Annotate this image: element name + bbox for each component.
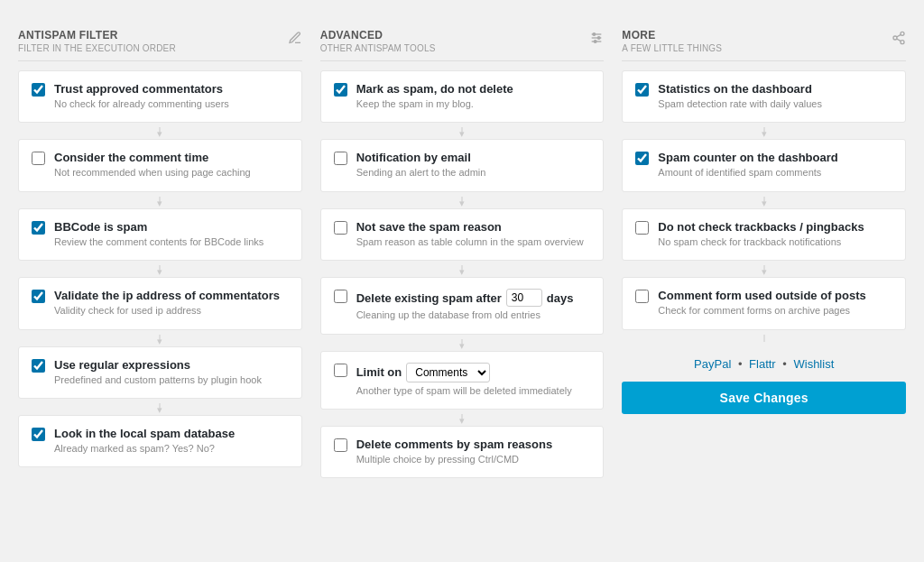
checkbox-bbcode-spam[interactable] <box>32 221 45 235</box>
checkbox-spam-counter-dashboard[interactable] <box>635 152 649 165</box>
option-desc-mark-as-spam: Keep the spam in my blog. <box>356 97 513 111</box>
option-desc-regular-expressions: Predefined and custom patterns by plugin… <box>54 373 262 387</box>
checkbox-mark-as-spam[interactable] <box>334 83 347 97</box>
option-label-statistics-dashboard: Statistics on the dashboard <box>658 82 822 96</box>
option-card-comment-time: Consider the comment timeNot recommended… <box>18 139 302 191</box>
column-header-more: MOREA FEW LITTLE THINGS <box>622 29 906 61</box>
option-label-bbcode-spam: BBCode is spam <box>54 220 263 234</box>
column-header-advanced: ADVANCEDOTHER ANTISPAM TOOLS <box>320 29 605 61</box>
option-label-comment-time: Consider the comment time <box>54 151 251 164</box>
option-desc-local-spam-db: Already marked as spam? Yes? No? <box>54 442 235 456</box>
columns-wrapper: ANTISPAM FILTERFILTER IN THE EXECUTION O… <box>18 29 906 485</box>
option-card-limit-on: Limit on CommentsPingbacksTrackbacksAnot… <box>320 351 605 410</box>
option-desc-not-save-spam-reason: Spam reason as table column in the spam … <box>356 235 584 249</box>
column-subtitle-advanced: OTHER ANTISPAM TOOLS <box>320 43 436 53</box>
page-wrapper: ANTISPAM FILTERFILTER IN THE EXECUTION O… <box>0 0 924 562</box>
option-card-validate-ip: Validate the ip address of commentatorsV… <box>18 277 302 329</box>
links-row: PayPal • Flattr • Wishlist <box>622 357 906 371</box>
option-label-regular-expressions: Use regular expressions <box>54 358 262 372</box>
option-desc-trust-approved: No check for already commenting users <box>54 97 229 111</box>
sliders-icon <box>589 31 604 49</box>
option-desc-delete-spam-after: Cleaning up the database from old entrie… <box>356 309 574 322</box>
more-column-bottom: PayPal • Flattr • WishlistSave Changes <box>622 348 906 414</box>
option-card-bbcode-spam: BBCode is spamReview the comment content… <box>18 208 302 261</box>
column-title-antispam-filter: ANTISPAM FILTER <box>18 29 176 41</box>
checkbox-local-spam-db[interactable] <box>32 428 45 441</box>
option-label-comment-form-outside: Comment form used outside of posts <box>658 289 865 302</box>
checkbox-comment-form-outside[interactable] <box>635 290 649 303</box>
option-label-mark-as-spam: Mark as spam, do not delete <box>356 82 513 96</box>
option-desc-comment-time: Not recommended when using page caching <box>54 166 251 180</box>
checkbox-limit-on[interactable] <box>334 364 347 377</box>
option-label-notification-email: Notification by email <box>356 151 486 164</box>
link-paypal[interactable]: PayPal <box>694 357 731 371</box>
svg-point-5 <box>595 41 597 43</box>
option-card-trust-approved: Trust approved commentatorsNo check for … <box>18 70 302 123</box>
option-card-comment-form-outside: Comment form used outside of postsCheck … <box>622 277 906 329</box>
option-label-local-spam-db: Look in the local spam database <box>54 427 235 440</box>
option-desc-bbcode-spam: Review the comment contents for BBCode l… <box>54 235 263 249</box>
option-card-spam-counter-dashboard: Spam counter on the dashboardAmount of i… <box>622 139 906 191</box>
column-antispam-filter: ANTISPAM FILTERFILTER IN THE EXECUTION O… <box>18 29 311 485</box>
option-label-delete-spam-after: Delete existing spam after days <box>356 289 574 307</box>
checkbox-regular-expressions[interactable] <box>32 359 45 373</box>
option-card-notification-email: Notification by emailSending an alert to… <box>320 139 605 191</box>
option-label-validate-ip: Validate the ip address of commentators <box>54 289 280 302</box>
column-more: MOREA FEW LITTLE THINGSStatistics on the… <box>613 29 906 485</box>
option-desc-comment-form-outside: Check for comment forms on archive pages <box>658 304 865 318</box>
column-header-antispam-filter: ANTISPAM FILTERFILTER IN THE EXECUTION O… <box>18 29 302 61</box>
option-label-spam-counter-dashboard: Spam counter on the dashboard <box>658 151 837 164</box>
input-delete-spam-after[interactable] <box>506 289 542 307</box>
save-button[interactable]: Save Changes <box>622 382 906 414</box>
column-subtitle-antispam-filter: FILTER IN THE EXECUTION ORDER <box>18 43 176 53</box>
option-card-mark-as-spam: Mark as spam, do not deleteKeep the spam… <box>320 70 605 123</box>
option-desc-statistics-dashboard: Spam detection rate with daily values <box>658 97 822 111</box>
checkbox-validate-ip[interactable] <box>32 290 45 303</box>
option-card-local-spam-db: Look in the local spam databaseAlready m… <box>18 415 302 467</box>
column-subtitle-more: A FEW LITTLE THINGS <box>622 43 722 53</box>
option-card-no-check-trackbacks: Do not check trackbacks / pingbacksNo sp… <box>622 208 906 261</box>
option-desc-no-check-trackbacks: No spam check for trackback notification… <box>658 235 864 249</box>
select-limit-on[interactable]: CommentsPingbacksTrackbacks <box>406 363 490 382</box>
link-flattr[interactable]: Flattr <box>749 357 776 371</box>
svg-point-4 <box>598 37 601 40</box>
column-title-more: MORE <box>622 29 722 41</box>
checkbox-trust-approved[interactable] <box>32 83 45 97</box>
option-desc-validate-ip: Validity check for used ip address <box>54 304 280 318</box>
checkbox-notification-email[interactable] <box>334 152 347 165</box>
checkbox-no-check-trackbacks[interactable] <box>635 221 649 235</box>
link-wishlist[interactable]: Wishlist <box>793 357 834 371</box>
column-advanced: ADVANCEDOTHER ANTISPAM TOOLSMark as spam… <box>311 29 614 485</box>
option-label-delete-comments-spam-reasons: Delete comments by spam reasons <box>356 438 552 451</box>
option-label-not-save-spam-reason: Not save the spam reason <box>356 220 584 234</box>
svg-point-3 <box>593 33 596 36</box>
option-card-delete-comments-spam-reasons: Delete comments by spam reasonsMultiple … <box>320 426 605 478</box>
option-card-statistics-dashboard: Statistics on the dashboardSpam detectio… <box>622 70 906 123</box>
option-card-delete-spam-after: Delete existing spam after daysCleaning … <box>320 277 605 334</box>
pencil-icon <box>288 31 302 49</box>
svg-line-10 <box>897 34 901 37</box>
share-icon <box>892 31 906 49</box>
checkbox-delete-spam-after[interactable] <box>334 290 347 303</box>
svg-line-9 <box>897 39 901 41</box>
column-title-advanced: ADVANCED <box>320 29 436 41</box>
checkbox-delete-comments-spam-reasons[interactable] <box>334 438 347 452</box>
option-desc-notification-email: Sending an alert to the admin <box>356 166 486 180</box>
option-card-not-save-spam-reason: Not save the spam reasonSpam reason as t… <box>320 208 605 261</box>
svg-point-6 <box>901 32 904 35</box>
option-label-limit-on: Limit on CommentsPingbacksTrackbacks <box>356 363 572 382</box>
option-label-trust-approved: Trust approved commentators <box>54 82 229 96</box>
option-card-regular-expressions: Use regular expressionsPredefined and cu… <box>18 346 302 399</box>
option-desc-spam-counter-dashboard: Amount of identified spam comments <box>658 166 837 180</box>
svg-point-8 <box>901 41 904 44</box>
checkbox-comment-time[interactable] <box>32 152 45 165</box>
checkbox-not-save-spam-reason[interactable] <box>334 221 347 235</box>
option-label-no-check-trackbacks: Do not check trackbacks / pingbacks <box>658 220 864 234</box>
option-desc-delete-comments-spam-reasons: Multiple choice by pressing Ctrl/CMD <box>356 453 552 466</box>
option-desc-limit-on: Another type of spam will be deleted imm… <box>356 384 572 398</box>
checkbox-statistics-dashboard[interactable] <box>635 83 649 97</box>
svg-point-7 <box>893 36 897 40</box>
